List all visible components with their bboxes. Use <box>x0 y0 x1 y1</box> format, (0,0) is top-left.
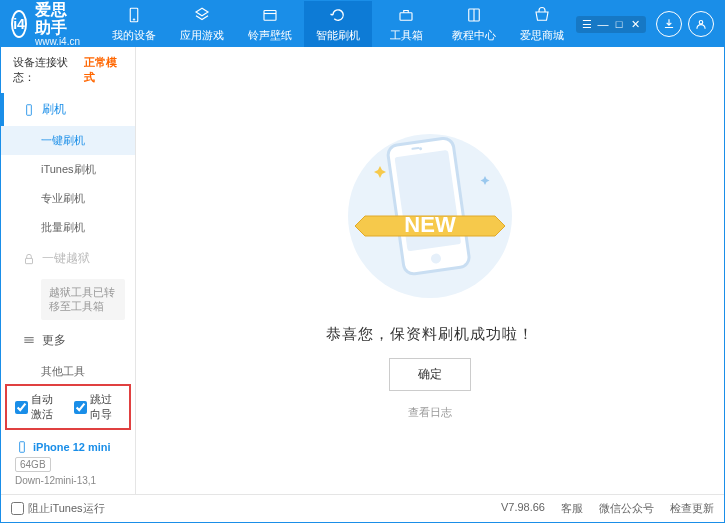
connection-status: 设备连接状态： 正常模式 <box>1 47 135 93</box>
download-button[interactable] <box>656 11 682 37</box>
body: 设备连接状态： 正常模式 刷机 一键刷机 iTunes刷机 专业刷机 批量刷机 … <box>1 47 724 494</box>
ok-button[interactable]: 确定 <box>389 358 471 391</box>
view-log-link[interactable]: 查看日志 <box>408 405 452 420</box>
logo-icon: i4 <box>11 10 27 38</box>
nav-shop[interactable]: 爱思商城 <box>508 1 576 47</box>
success-message: 恭喜您，保资料刷机成功啦！ <box>326 325 534 344</box>
brand-block: 爱思助手 www.i4.cn <box>35 1 80 47</box>
sidebar-item-pro[interactable]: 专业刷机 <box>1 184 135 213</box>
device-name[interactable]: iPhone 12 mini <box>15 440 125 454</box>
svg-rect-4 <box>400 12 412 20</box>
phone-icon <box>15 440 29 454</box>
section-flash[interactable]: 刷机 <box>1 93 135 126</box>
nav-label: 铃声壁纸 <box>248 28 292 43</box>
phone-icon <box>125 6 143 24</box>
block-itunes-checkbox[interactable]: 阻止iTunes运行 <box>11 501 105 516</box>
flash-sublist: 一键刷机 iTunes刷机 专业刷机 批量刷机 <box>1 126 135 242</box>
sidebar-item-oneclick[interactable]: 一键刷机 <box>1 126 135 155</box>
main-nav: 我的设备 应用游戏 铃声壁纸 智能刷机 工具箱 教程中心 <box>100 1 576 47</box>
statusbar-right: V7.98.66 客服 微信公众号 检查更新 <box>501 501 714 516</box>
section-title: 一键越狱 <box>42 250 90 267</box>
device-capacity: 64GB <box>15 457 51 472</box>
wechat-link[interactable]: 微信公众号 <box>599 501 654 516</box>
user-button[interactable] <box>688 11 714 37</box>
toolbox-icon <box>397 6 415 24</box>
device-name-text: iPhone 12 mini <box>33 441 111 453</box>
section-title: 刷机 <box>42 101 66 118</box>
success-illustration: NEW <box>345 121 515 311</box>
sidebar-tree: 刷机 一键刷机 iTunes刷机 专业刷机 批量刷机 一键越狱 越狱工具已转移至… <box>1 93 135 380</box>
svg-point-1 <box>133 18 135 20</box>
lock-icon <box>22 252 36 266</box>
auto-activate-checkbox[interactable]: 自动激活 <box>15 392 62 422</box>
download-icon <box>662 17 676 31</box>
svg-rect-13 <box>20 442 25 453</box>
more-sublist: 其他工具 下载固件 高级功能 <box>1 357 135 380</box>
connection-label: 设备连接状态： <box>13 55 80 85</box>
app-window: i4 爱思助手 www.i4.cn 我的设备 应用游戏 铃声壁纸 智能刷机 <box>0 0 725 523</box>
section-jailbreak[interactable]: 一键越狱 <box>1 242 135 275</box>
skip-guide-checkbox[interactable]: 跳过向导 <box>74 392 121 422</box>
apps-icon <box>193 6 211 24</box>
settings-button[interactable]: ☰ <box>580 18 594 31</box>
nav-label: 我的设备 <box>112 28 156 43</box>
device-version: Down-12mini-13,1 <box>15 475 125 486</box>
nav-my-device[interactable]: 我的设备 <box>100 1 168 47</box>
section-title: 更多 <box>42 332 66 349</box>
nav-flash[interactable]: 智能刷机 <box>304 1 372 47</box>
statusbar: 阻止iTunes运行 V7.98.66 客服 微信公众号 检查更新 <box>1 494 724 522</box>
nav-label: 智能刷机 <box>316 28 360 43</box>
option-checkboxes: 自动激活 跳过向导 <box>5 384 131 430</box>
skip-guide-input[interactable] <box>74 401 87 414</box>
sidebar: 设备连接状态： 正常模式 刷机 一键刷机 iTunes刷机 专业刷机 批量刷机 … <box>1 47 136 494</box>
nav-label: 应用游戏 <box>180 28 224 43</box>
device-block: iPhone 12 mini 64GB Down-12mini-13,1 <box>1 434 135 494</box>
refresh-icon <box>329 6 347 24</box>
nav-apps[interactable]: 应用游戏 <box>168 1 236 47</box>
shop-icon <box>533 6 551 24</box>
checkbox-label: 自动激活 <box>31 392 62 422</box>
book-icon <box>465 6 483 24</box>
svg-point-7 <box>699 21 703 25</box>
nav-tutorial[interactable]: 教程中心 <box>440 1 508 47</box>
folder-icon <box>261 6 279 24</box>
sidebar-item-other-tools[interactable]: 其他工具 <box>1 357 135 380</box>
svg-rect-2 <box>264 10 276 20</box>
sidebar-item-itunes[interactable]: iTunes刷机 <box>1 155 135 184</box>
nav-label: 工具箱 <box>390 28 423 43</box>
connection-mode: 正常模式 <box>84 55 123 85</box>
maximize-button[interactable]: □ <box>612 18 626 31</box>
jailbreak-note: 越狱工具已转移至工具箱 <box>41 279 125 320</box>
app-url: www.i4.cn <box>35 36 80 47</box>
nav-ringtone[interactable]: 铃声壁纸 <box>236 1 304 47</box>
minimize-button[interactable]: — <box>596 18 610 31</box>
block-itunes-input[interactable] <box>11 502 24 515</box>
app-title: 爱思助手 <box>35 1 80 36</box>
version-text: V7.98.66 <box>501 501 545 516</box>
svg-text:NEW: NEW <box>404 212 456 237</box>
user-icon <box>694 17 708 31</box>
checkbox-label: 跳过向导 <box>90 392 121 422</box>
close-button[interactable]: ✕ <box>628 18 642 31</box>
sidebar-item-batch[interactable]: 批量刷机 <box>1 213 135 242</box>
svg-rect-9 <box>26 258 33 263</box>
auto-activate-input[interactable] <box>15 401 28 414</box>
titlebar: i4 爱思助手 www.i4.cn 我的设备 应用游戏 铃声壁纸 智能刷机 <box>1 1 724 47</box>
main-content: NEW 恭喜您，保资料刷机成功啦！ 确定 查看日志 <box>136 47 724 494</box>
nav-label: 爱思商城 <box>520 28 564 43</box>
checkbox-label: 阻止iTunes运行 <box>28 501 105 516</box>
window-buttons: ☰ — □ ✕ <box>576 16 646 33</box>
section-more[interactable]: 更多 <box>1 324 135 357</box>
phone-icon <box>22 103 36 117</box>
nav-toolbox[interactable]: 工具箱 <box>372 1 440 47</box>
support-link[interactable]: 客服 <box>561 501 583 516</box>
titlebar-right: ☰ — □ ✕ <box>576 11 714 37</box>
check-update-link[interactable]: 检查更新 <box>670 501 714 516</box>
more-icon <box>22 333 36 347</box>
svg-rect-8 <box>27 104 32 115</box>
nav-label: 教程中心 <box>452 28 496 43</box>
